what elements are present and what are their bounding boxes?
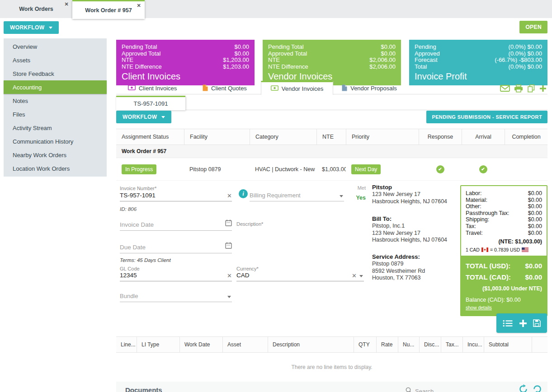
card-title: Vendor Invoices	[268, 71, 396, 82]
list-icon[interactable]	[503, 320, 513, 327]
window-tab-bar: Work Orders Work Order # 957	[0, 0, 552, 18]
assignment-table: Assignment Status Facility Category NTE …	[116, 129, 547, 181]
window-tab-work-order-957[interactable]: Work Order # 957	[72, 0, 145, 19]
tab-vendor-invoices[interactable]: Vendor Invoices	[261, 81, 333, 95]
column-header: Description	[268, 337, 354, 352]
terms-note: Terms: 45 Days Client	[120, 257, 171, 263]
arrival-check-icon	[479, 165, 487, 173]
copy-icon[interactable]	[527, 84, 535, 93]
card-row-value: (0.0%) $0.00	[509, 64, 542, 70]
invoice-date-field	[120, 219, 232, 231]
refresh-icon[interactable]	[519, 384, 528, 392]
tab-vendor-proposals[interactable]: Vendor Proposals	[333, 83, 406, 94]
search-icon	[406, 387, 412, 392]
card-title: Client Invoices	[122, 71, 249, 82]
total-usd-value: $0.00	[525, 262, 542, 270]
show-details-link[interactable]: show details	[466, 305, 492, 310]
tab-client-quotes[interactable]: Client Quotes	[189, 83, 261, 94]
response-check-icon	[436, 165, 444, 173]
address-line: Hasbrouck Heights, NJ 07604	[372, 237, 462, 244]
tab-client-invoices[interactable]: Client Invoices	[116, 83, 189, 94]
add-icon[interactable]	[539, 85, 547, 92]
sidebar-item-communication-history[interactable]: Communication History	[4, 135, 107, 148]
address-line: Pitstop 0879	[372, 261, 462, 268]
calendar-icon[interactable]	[225, 219, 232, 228]
sync-icon[interactable]	[533, 384, 542, 392]
tab-label: Client Quotes	[211, 85, 247, 92]
vendor-address: Pitstop 123 New Jersey 17 Hasbrouck Heig…	[372, 184, 462, 205]
clear-icon[interactable]	[352, 273, 357, 279]
invoice-profit-card: Pending(0.0%) $0.00 Approved(0.0%) $0.00…	[409, 40, 547, 85]
address-line: Hasbrouck Heights, NJ 07604	[372, 198, 462, 205]
empty-line-items-message: There are no line items to display.	[116, 364, 547, 370]
sidebar-item-accounting[interactable]: Accounting	[4, 80, 107, 94]
workflow-button[interactable]: WORKFLOW	[4, 21, 59, 34]
gl-code-label: GL Code	[120, 266, 140, 271]
card-row-label: NTE	[268, 57, 280, 64]
gl-code-input[interactable]	[120, 272, 224, 279]
money-icon	[128, 85, 136, 92]
sidebar-item-activity-stream[interactable]: Activity Stream	[4, 121, 107, 135]
column-header: Assignment Status	[116, 129, 184, 145]
sidebar-item-notes[interactable]: Notes	[4, 94, 107, 107]
currency-select[interactable]	[236, 272, 364, 281]
chevron-down-icon[interactable]	[227, 296, 231, 298]
card-row-value: $1,203.00	[223, 64, 249, 70]
clear-icon[interactable]	[227, 273, 232, 279]
window-tab-work-orders[interactable]: Work Orders	[0, 0, 72, 18]
invoice-status-label: PENDING SUBMISSION - SERVICE REPORT	[432, 114, 542, 120]
chevron-down-icon[interactable]	[359, 275, 363, 277]
money-icon	[271, 85, 278, 92]
invoice-id-note: ID: 806	[120, 206, 137, 212]
line-items-toolbar	[496, 313, 547, 333]
due-date-input[interactable]	[120, 244, 225, 251]
print-icon[interactable]	[514, 84, 523, 93]
total-cad-value: $0.00	[525, 273, 542, 281]
documents-search-input[interactable]	[415, 388, 474, 392]
invoice-workflow-button[interactable]: WORKFLOW	[116, 111, 171, 123]
bundle-placeholder: Bundle	[120, 293, 225, 299]
sidebar-item-nearby-work-orders[interactable]: Nearby Work Orders	[4, 148, 107, 162]
add-line-item-icon[interactable]	[519, 319, 527, 327]
close-tab-icon[interactable]	[136, 2, 142, 9]
column-header: Line...	[116, 337, 137, 352]
document-icon	[342, 84, 347, 93]
sidebar-item-location-work-orders[interactable]: Location Work Orders	[4, 162, 107, 175]
description-field[interactable]	[236, 228, 364, 262]
open-status-button[interactable]: OPEN	[519, 21, 547, 33]
work-order-page: Work Orders Work Order # 957 WORKFLOW OP…	[0, 0, 552, 392]
info-icon[interactable]	[239, 189, 248, 198]
email-icon[interactable]	[500, 85, 510, 92]
line-items-table-header: Line... LI Type Work Date Asset Descript…	[116, 336, 547, 353]
facility-cell: Pitstop 0879	[184, 158, 250, 180]
close-tab-icon[interactable]	[63, 1, 70, 7]
currency-input[interactable]	[236, 272, 349, 279]
total-row-label: Tax:	[466, 223, 476, 230]
table-row[interactable]: In Progress Pitstop 0879 HVAC | Ductwork…	[116, 158, 547, 181]
card-row-label: Total	[415, 64, 427, 70]
column-header: Arrival	[462, 129, 505, 145]
sidebar-item-assets[interactable]: Assets	[4, 53, 107, 67]
card-row-value: $0.00	[234, 51, 249, 57]
tab-label: Vendor Invoices	[282, 85, 324, 92]
sidebar-item-overview[interactable]: Overview	[4, 40, 107, 53]
billing-requirement-select[interactable]: Billing Requirement	[250, 192, 344, 201]
sidebar-item-store-feedback[interactable]: Store Feedback	[4, 67, 107, 80]
invoice-number-input[interactable]	[120, 192, 224, 199]
workflow-button-label: WORKFLOW	[10, 24, 45, 31]
chevron-down-icon[interactable]	[340, 195, 343, 197]
service-address-heading: Service Address:	[372, 253, 462, 261]
bundle-select[interactable]: Bundle	[120, 293, 232, 302]
description-label: Description*	[236, 221, 263, 227]
clear-icon[interactable]	[227, 193, 232, 199]
invoice-actions	[500, 83, 547, 94]
calendar-icon[interactable]	[225, 242, 232, 251]
save-icon[interactable]	[533, 319, 541, 327]
documents-search	[406, 387, 474, 392]
sidebar-item-files[interactable]: Files	[4, 107, 107, 121]
column-header: NTE	[316, 129, 346, 145]
invoice-date-input[interactable]	[120, 221, 225, 228]
tab-invoice-ts-957-1091[interactable]: TS-957-1091	[116, 96, 185, 110]
invoice-status-button[interactable]: PENDING SUBMISSION - SERVICE REPORT	[426, 111, 547, 123]
vendor-invoices-card: Pending Total$0.00 Approved Total$0.00 N…	[263, 40, 401, 85]
